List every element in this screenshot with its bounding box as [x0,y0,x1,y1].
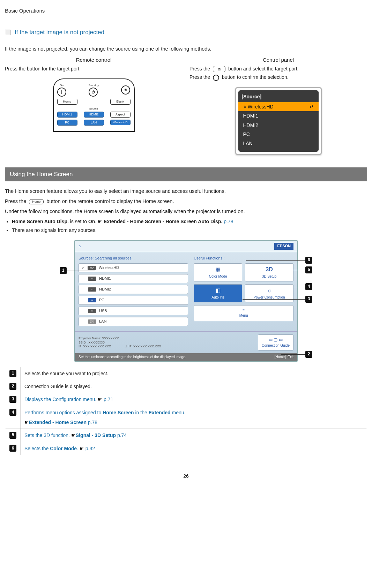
remote-title: Remote control [5,56,183,64]
src-wirelesshd: ✓HDWirelessHD [79,263,188,272]
num-3-icon: 3 [9,396,16,403]
control-panel-title: Control panel [189,56,367,64]
updown-arrows-icon: ⇕ [243,105,248,110]
remote-pc-button: PC [57,120,77,126]
leader-3 [243,299,305,300]
check-icon: ✓ [82,265,85,271]
table-row: 2 Connection Guide is displayed. [5,380,367,393]
osd-source-menu: [Source] ⇕ WirelessHD ↵ HDMI1 HDMI2 PC L… [235,87,322,155]
home-icon: ⌂ [79,243,81,249]
leader-6 [246,260,305,261]
callout-5: 5 [305,266,312,273]
home-screen-figure: 1 6 5 4 3 2 ⌂ EPSON Sources: Searching a… [74,240,298,362]
row3-text: Displays the Configuration menu. ☛ p.71 [21,393,367,406]
table-row: 4 Performs menu options assigned to Home… [5,406,367,429]
b1b: is set to [69,219,88,224]
source-key-icon: ⧉ [213,66,225,72]
remote-instruction: Press the button for the target port. [5,65,183,72]
home-p2a: Press the [5,198,26,204]
src-hdmi2: ▭HDMI2 [79,285,188,294]
src-lan: ((•))LAN [79,317,188,326]
r4d: Extended [149,410,171,415]
remote-lan-button: LAN [84,120,104,126]
link-p78[interactable]: p.78 [224,219,233,224]
table-row: 6 Selects the Color Mode. ☛ p.32 [5,442,367,455]
func-color-mode: ▦Color Mode [194,263,242,281]
func-label: Color Mode [209,274,227,279]
panel-line2b: button to confirm the selection. [222,74,289,80]
enter-return-icon: ↵ [310,103,314,110]
page-header: Basic Operations [5,7,367,17]
func-label: Auto Iris [211,295,224,300]
bullet-list: Home Screen Auto Disp. is set to On. ☛ E… [5,218,367,234]
r4f: Extended [29,420,51,425]
section-bar: Using the Home Screen [5,167,367,182]
b1f: - [126,219,130,224]
remote-hdmi2-button: HDMI2 [84,112,104,118]
home-p2b: button on the remote control to display … [46,198,174,204]
func-auto-iris: ◧Auto Iris [194,284,242,302]
func-label: 3D Setup [262,274,277,279]
link-p74[interactable]: p.74 [117,432,127,438]
table-row: 1 Selects the source you want to project… [5,367,367,380]
menu-icon: ≡ [243,308,245,313]
proj-ssid: SSID : XXXXXXXX [79,341,161,345]
home-p2: Press the Home button on the remote cont… [5,198,367,205]
intro-text: If the image is not projected, you can c… [5,45,367,53]
subsection-title: If the target image is not projected [15,28,104,37]
callout-6: 6 [305,257,312,264]
src-label: HDMI2 [99,287,111,292]
r4h: Home Screen [55,420,86,425]
callout-4: 4 [305,283,312,290]
row5-text: Sets the 3D function. ☛Signal - 3D Setup… [21,429,367,442]
r4c: in the [134,410,149,415]
epson-logo: EPSON [274,243,293,250]
b1h: - [161,219,165,224]
proj-ip1: IP: XXX.XXX.XXX.XXX [79,345,111,349]
src-label: WirelessHD [99,265,119,271]
auto-iris-icon: ◧ [215,286,221,294]
remote-blank-button: Blank [110,99,131,105]
src-hdmi1: ▭HDMI1 [79,274,188,283]
link-p32[interactable]: p.32 [85,446,95,451]
r5b: Signal [76,432,90,438]
num-2-icon: 2 [9,383,16,390]
link-p71[interactable]: p.71 [104,397,113,402]
panel-line1a: Press the [189,66,210,71]
checkbox-marker-icon [5,30,10,35]
src-label: PC [99,297,104,303]
row2-text: Connection Guide is displayed. [21,380,367,393]
remote-control-illustration: On | Standby ⏻ ✺ Home Blank Source HDMI1… [53,78,135,131]
r4e: menu. [171,410,186,415]
remote-home-button: Home [57,99,77,105]
home-p1: The Home screen feature allows you to ea… [5,188,367,195]
src-label: HDMI1 [99,276,111,281]
callout-table: 1 Selects the source you want to project… [5,367,367,455]
pointer-icon: ☛ [24,420,29,425]
page-number: 26 [5,473,367,480]
src-usb: ▭USB [79,307,188,316]
num-6-icon: 6 [9,445,16,452]
b1g: Home Screen [130,219,161,224]
num-1-icon: 1 [9,370,16,377]
src-label: LAN [99,319,106,324]
osd-item-hdmi1: HDMI1 [238,111,319,120]
callout-2: 2 [305,351,312,358]
osd-item-lan: LAN [238,139,319,148]
osd-item-hdmi2: HDMI2 [238,121,319,130]
row6-text: Selects the Color Mode. ☛ p.32 [21,442,367,455]
color-mode-icon: ▦ [215,265,221,273]
b1d: . [95,219,98,224]
plug-icon: HD [88,266,96,270]
r5a: Sets the 3D function. [24,432,71,438]
r4b: Home Screen [103,410,134,415]
table-row: 3 Displays the Configuration menu. ☛ p.7… [5,393,367,406]
osd-item-label: WirelessHD [248,104,274,110]
pointer-icon: ☛ [80,446,85,451]
leader-1 [67,271,95,271]
sources-label: Sources: Searching all sources... [79,256,188,261]
link-p78[interactable]: p.78 [88,420,97,425]
b1a: Home Screen Auto Disp. [12,219,69,224]
pointer-icon: ☛ [98,397,104,402]
plug-icon: ▭ [88,287,96,292]
